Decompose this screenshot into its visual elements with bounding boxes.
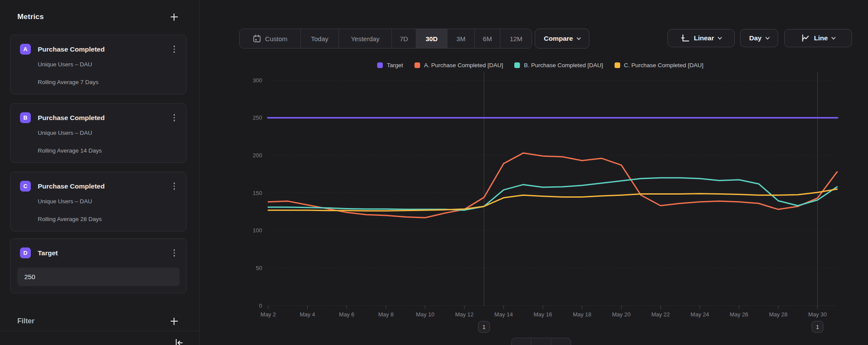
view-toggle-metric[interactable] xyxy=(551,338,571,345)
range-segment-6m[interactable]: 6M xyxy=(475,29,500,48)
collapse-panel-icon xyxy=(174,338,184,345)
x-axis-tick-label: May 4 xyxy=(300,311,315,318)
metric-badge: D xyxy=(20,247,31,258)
range-segment-today[interactable]: Today xyxy=(301,29,339,48)
interval-button[interactable]: Day xyxy=(740,29,778,47)
y-axis-tick-label: 300 xyxy=(253,77,262,84)
y-axis-scale-button[interactable]: Linear xyxy=(667,29,735,47)
series-line[interactable] xyxy=(268,178,837,210)
x-axis-tick-label: May 20 xyxy=(612,311,631,318)
range-label: Today xyxy=(311,35,328,42)
x-axis-tick-label: May 6 xyxy=(339,311,354,318)
sidebar-footer-divider xyxy=(0,331,199,331)
add-filter-button[interactable] xyxy=(169,316,179,326)
series-line[interactable] xyxy=(268,153,837,218)
compare-button[interactable]: Compare xyxy=(535,29,589,49)
range-segment-30d[interactable]: 30D xyxy=(416,29,447,48)
add-metric-button[interactable] xyxy=(169,12,179,22)
linear-scale-icon xyxy=(681,34,690,42)
range-segment-3m[interactable]: 3M xyxy=(447,29,475,48)
series-line[interactable] xyxy=(268,189,837,211)
metric-measurement[interactable]: Unique Users – DAU xyxy=(38,198,178,205)
plus-icon xyxy=(171,13,178,21)
annotation-badge-label: 1 xyxy=(483,324,486,330)
metrics-sidebar: Metrics A Purchase Completed Unique User… xyxy=(0,0,200,345)
range-segment-12m[interactable]: 12M xyxy=(500,29,532,48)
chart-canvas[interactable]: 050100150200250300May 2May 4May 6May 8Ma… xyxy=(243,56,868,345)
x-axis-tick-label: May 12 xyxy=(455,311,474,318)
metric-title: Purchase Completed xyxy=(38,182,171,190)
range-label: 3M xyxy=(457,35,466,42)
range-label: 12M xyxy=(510,35,522,42)
metric-card: B Purchase Completed Unique Users – DAU … xyxy=(10,103,187,163)
range-segment-yesterday[interactable]: Yesterday xyxy=(339,29,392,48)
collapse-sidebar-button[interactable] xyxy=(174,338,184,345)
metric-measurement[interactable]: Unique Users – DAU xyxy=(38,130,178,136)
metrics-title: Metrics xyxy=(17,13,44,21)
metric-card: A Purchase Completed Unique Users – DAU … xyxy=(10,35,187,94)
metric-badge: C xyxy=(20,181,31,192)
metric-badge: B xyxy=(20,112,31,123)
metric-title: Purchase Completed xyxy=(38,114,171,122)
filter-section: Filter xyxy=(17,316,179,327)
x-axis-tick-label: May 26 xyxy=(730,311,748,318)
y-axis-tick-label: 250 xyxy=(253,114,262,121)
date-range-control: Custom Today Yesterday 7D 30D 3M 6M 12M xyxy=(239,29,532,49)
metrics-header: Metrics xyxy=(17,10,179,23)
x-axis-tick-label: May 22 xyxy=(651,311,670,318)
view-toggle-control xyxy=(511,338,571,345)
kebab-menu-icon[interactable] xyxy=(171,181,178,192)
range-label: 7D xyxy=(400,35,408,42)
x-axis-tick-label: May 18 xyxy=(573,311,592,318)
app-root: { "sidebar": { "title": "Metrics", "metr… xyxy=(0,0,868,345)
range-label: 6M xyxy=(483,35,492,42)
metric-card-list: A Purchase Completed Unique Users – DAU … xyxy=(10,35,187,240)
kebab-menu-icon[interactable] xyxy=(171,247,178,258)
metric-rolling-average[interactable]: Rolling Average 28 Days xyxy=(38,216,178,222)
range-label: Yesterday xyxy=(351,35,379,42)
compare-label: Compare xyxy=(544,35,573,42)
interval-label: Day xyxy=(749,34,761,42)
x-axis-tick-label: May 10 xyxy=(416,311,434,318)
target-card: D Target xyxy=(10,238,187,293)
range-segment-7d[interactable]: 7D xyxy=(392,29,416,48)
y-axis-tick-label: 150 xyxy=(253,190,262,196)
target-title: Target xyxy=(38,249,171,257)
metric-badge: A xyxy=(20,44,31,55)
metric-title: Purchase Completed xyxy=(38,46,171,53)
plus-icon xyxy=(171,318,178,325)
view-toggle-table[interactable] xyxy=(531,338,551,345)
metric-measurement[interactable]: Unique Users – DAU xyxy=(38,61,178,68)
y-axis-tick-label: 50 xyxy=(256,265,262,271)
x-axis-tick-label: May 24 xyxy=(690,311,709,318)
chart-type-label: Line xyxy=(814,34,828,42)
chart-type-button[interactable]: Line xyxy=(784,29,852,47)
y-axis-tick-label: 0 xyxy=(259,303,262,309)
y-axis-tick-label: 100 xyxy=(253,227,262,234)
scale-label: Linear xyxy=(694,34,714,42)
x-axis-tick-label: May 30 xyxy=(808,311,827,318)
metric-rolling-average[interactable]: Rolling Average 14 Days xyxy=(38,147,178,154)
calendar-icon xyxy=(253,34,261,43)
y-axis-tick-label: 200 xyxy=(253,152,262,159)
x-axis-tick-label: May 8 xyxy=(378,311,393,318)
target-value-input[interactable] xyxy=(17,267,180,286)
x-axis-tick-label: May 16 xyxy=(533,311,552,318)
chevron-down-icon xyxy=(577,36,581,40)
line-chart-icon xyxy=(801,34,810,42)
x-axis-tick-label: May 2 xyxy=(260,311,276,318)
metric-card: C Purchase Completed Unique Users – DAU … xyxy=(10,172,187,231)
view-toggle-chart[interactable] xyxy=(512,338,531,345)
kebab-menu-icon[interactable] xyxy=(171,112,178,123)
x-axis-tick-label: May 28 xyxy=(769,311,788,318)
range-label: 30D xyxy=(426,35,438,42)
range-label: Custom xyxy=(265,35,288,42)
annotation-badge-label: 1 xyxy=(816,324,819,330)
kebab-menu-icon[interactable] xyxy=(171,44,178,55)
range-segment-custom[interactable]: Custom xyxy=(240,29,301,48)
x-axis-tick-label: May 14 xyxy=(494,311,513,318)
chevron-down-icon xyxy=(718,35,722,39)
chevron-down-icon xyxy=(832,35,836,39)
filter-title: Filter xyxy=(17,317,34,325)
metric-rolling-average[interactable]: Rolling Average 7 Days xyxy=(38,79,178,85)
